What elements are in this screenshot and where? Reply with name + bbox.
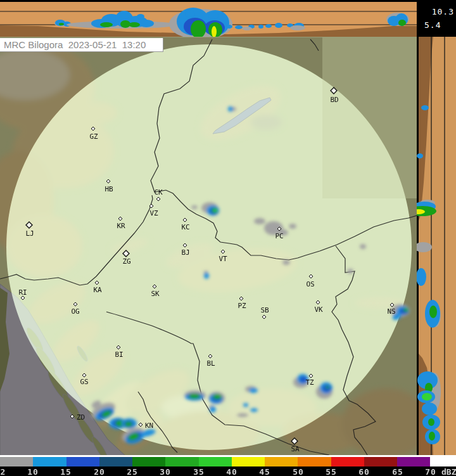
radar-screen: 10.3 5.4 [0,0,456,476]
radar-echo [235,25,243,29]
radar-echo [100,22,113,27]
radar-echo [59,23,64,25]
city-label: HB [104,185,113,193]
scale-tick: 35 [193,467,205,476]
scale-segment [165,457,198,466]
scale-tick: 55 [326,467,337,476]
top-profile-strip [0,0,417,37]
radar-echo [422,393,432,401]
radar-echo [417,153,423,158]
city-label: KC [181,223,189,231]
radar-echo [210,406,216,413]
radar-echo [258,25,263,29]
radar-echo [228,106,233,112]
scale-segment [298,457,331,466]
radar-echo [428,418,434,426]
city-label: ZD [77,413,85,421]
city-label: KR [117,222,125,230]
radar-echo [429,306,437,318]
radar-echo [208,13,218,19]
radar-echo [237,413,248,417]
scale-tick: 25 [127,467,138,476]
radar-echo [282,260,290,265]
radar-echo [322,385,331,392]
city-label: KN [145,421,153,430]
radar-echo [275,23,282,28]
city-label: SK [151,290,160,298]
city-label: GZ [89,132,98,141]
scale-segment [331,457,364,466]
city-label: PZ [238,302,246,310]
scale-segment [0,457,33,466]
city-label: KA [93,286,102,294]
radar-echo [213,209,217,212]
city-label: SB [260,306,269,314]
city-label: BJ [181,248,189,257]
city-label: BD [330,96,338,104]
radar-echo [429,432,435,441]
city-label: ZG [122,257,130,266]
scale-tick: 10 [27,467,39,476]
radar-echo [290,25,305,30]
scale-unit: dBZ [441,467,456,476]
radar-echo [189,394,200,399]
radar-echo [398,20,406,26]
scale-tick: 30 [160,467,171,476]
scale-segment [232,457,265,466]
city-label: VK [314,306,323,314]
city-label: PC [275,232,283,240]
scale-tick: 70 [425,467,436,476]
radar-echo [403,308,408,312]
radar-echo [213,394,222,399]
radar-echo [226,25,232,29]
city-label: GS [80,378,88,386]
scale-tick: 15 [60,467,72,476]
scale-tick: 60 [358,467,370,476]
city-label: VZ [149,209,158,217]
radar-echo [250,408,258,412]
radar-range-circle [6,44,412,450]
city-label: BL [206,359,215,368]
city-label: VT [218,255,227,263]
scale-segment [199,457,232,466]
radar-echo [125,421,132,427]
radar-map: GZBDHBCKVZKRKCLJZGBJVTPCKASKRIOGPZSBVKOS… [0,37,417,455]
right-profile-strip [417,37,456,455]
radar-echo [137,14,144,19]
city-label: OG [71,307,79,316]
reflectivity-scale-labels: 210152025303540455055606570dBZ [0,466,456,476]
radar-echo [242,27,252,30]
radar-echo [326,386,329,389]
radar-title: MRC Bilogora 2023-05-21 13:20 [0,38,163,52]
scale-tick: 20 [94,467,105,476]
radar-echo [347,269,353,274]
radar-echo [129,22,140,27]
scale-segment [66,457,99,466]
scale-tick: 50 [293,467,304,476]
radar-echo [422,402,437,415]
scale-segment [99,457,132,466]
radar-echo [243,403,248,407]
reflectivity-colorbar [0,457,456,466]
city-label: TZ [305,378,314,387]
city-label: OS [306,280,314,288]
radar-echo [185,10,195,18]
radar-echo [254,218,265,224]
city-label: BI [115,351,123,359]
city-label: NS [387,307,395,316]
radar-echo [289,224,296,229]
radar-echo [360,244,366,249]
city-label: LJ [25,229,34,238]
profile-height-label-lower: 5.4 [424,20,441,30]
scale-segment [265,457,298,466]
radar-echo [139,20,154,27]
radar-echo [421,105,429,110]
scale-segment [397,457,430,466]
scale-tick: 2 [1,467,6,476]
scale-tick: 40 [226,467,238,476]
city-label: RI [18,288,27,297]
radar-echo [204,273,209,279]
scale-tick: 65 [392,467,403,476]
radar-echo [191,205,198,209]
scale-tick: 45 [259,467,270,476]
